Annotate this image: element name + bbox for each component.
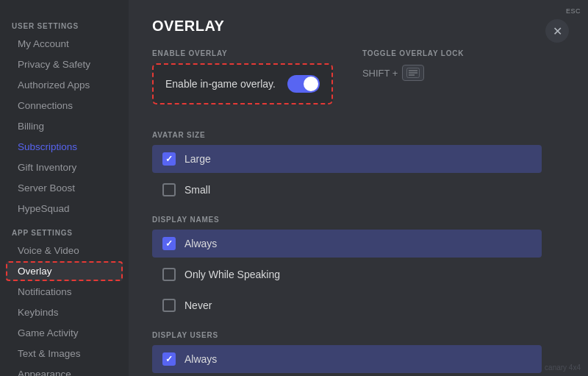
sidebar-item-label: Text & Images: [18, 348, 81, 359]
display-users-section: DISPLAY USERS Always Only While Speaking: [152, 331, 564, 376]
sidebar-item-label: My Account: [18, 38, 69, 49]
sidebar-item-privacy-safety[interactable]: Privacy & Safety: [6, 54, 123, 74]
sidebar: USER SETTINGS My Account Privacy & Safet…: [0, 0, 129, 376]
display-names-never[interactable]: Never: [152, 291, 542, 319]
sidebar-item-label: Game Activity: [18, 327, 79, 338]
checkbox-large[interactable]: [162, 152, 176, 166]
names-speaking-label: Only While Speaking: [184, 269, 280, 280]
sidebar-item-label: Connections: [18, 100, 73, 111]
checkbox-names-always[interactable]: [162, 237, 176, 250]
sidebar-item-keybinds[interactable]: Keybinds: [6, 302, 123, 322]
close-button[interactable]: ✕: [545, 19, 569, 43]
avatar-large-label: Large: [184, 153, 211, 165]
display-users-always[interactable]: Always: [152, 345, 542, 373]
sidebar-item-gift-inventory[interactable]: Gift Inventory: [6, 157, 123, 177]
main-content: OVERLAY ENABLE OVERLAY Enable in-game ov…: [129, 0, 588, 376]
checkbox-names-never[interactable]: [162, 299, 176, 312]
avatar-option-small[interactable]: Small: [152, 176, 542, 204]
avatar-size-section: AVATAR SIZE Large Small: [152, 131, 564, 204]
sidebar-item-appearance[interactable]: Appearance: [6, 364, 123, 376]
sidebar-item-label: Gift Inventory: [18, 162, 76, 173]
keybind-key-icon[interactable]: [402, 65, 424, 81]
enable-overlay-label: ENABLE OVERLAY: [152, 49, 333, 57]
display-names-speaking[interactable]: Only While Speaking: [152, 260, 542, 288]
user-settings-label: USER SETTINGS: [0, 18, 129, 33]
display-names-label: DISPLAY NAMES: [152, 216, 564, 224]
sidebar-item-overlay[interactable]: Overlay: [6, 261, 123, 281]
avatar-option-large[interactable]: Large: [152, 145, 542, 173]
sidebar-item-label: Billing: [18, 121, 44, 132]
close-area: ✕ ESC: [566, 7, 581, 15]
sidebar-item-hypesquad[interactable]: HypeSquad: [6, 199, 123, 219]
display-users-label: DISPLAY USERS: [152, 331, 564, 339]
checkbox-small[interactable]: [162, 183, 176, 196]
keybind-prefix: SHIFT +: [362, 68, 398, 79]
sidebar-item-label: Privacy & Safety: [18, 59, 90, 70]
keybind-box: SHIFT +: [362, 65, 464, 81]
enable-overlay-box: Enable in-game overlay.: [152, 63, 333, 104]
sidebar-item-billing[interactable]: Billing: [6, 116, 123, 136]
users-always-label: Always: [184, 353, 217, 365]
close-esc-label: ESC: [566, 7, 581, 15]
sidebar-item-text-images[interactable]: Text & Images: [6, 344, 123, 363]
close-icon: ✕: [553, 24, 562, 38]
sidebar-item-authorized-apps[interactable]: Authorized Apps: [6, 75, 123, 95]
checkbox-names-speaking[interactable]: [162, 268, 176, 281]
names-always-label: Always: [184, 238, 217, 249]
sidebar-item-notifications[interactable]: Notifications: [6, 282, 123, 302]
enable-overlay-text: Enable in-game overlay.: [165, 78, 276, 90]
sidebar-item-label: Voice & Video: [18, 245, 79, 256]
avatar-small-label: Small: [184, 184, 210, 196]
sidebar-item-voice-video[interactable]: Voice & Video: [6, 241, 123, 260]
sidebar-item-label: Overlay: [18, 266, 52, 277]
sidebar-item-connections[interactable]: Connections: [6, 96, 123, 116]
sidebar-item-game-activity[interactable]: Game Activity: [6, 323, 123, 343]
sidebar-item-server-boost[interactable]: Server Boost: [6, 178, 123, 198]
sidebar-item-label: Notifications: [18, 286, 72, 297]
app-settings-label: APP SETTINGS: [0, 224, 129, 240]
names-never-label: Never: [184, 299, 212, 311]
toggle-lock-label: TOGGLE OVERLAY LOCK: [362, 49, 464, 57]
display-names-always[interactable]: Always: [152, 230, 542, 258]
sidebar-item-my-account[interactable]: My Account: [6, 34, 123, 54]
enable-overlay-toggle[interactable]: [287, 75, 320, 93]
sidebar-item-label: Appearance: [18, 369, 71, 376]
sidebar-item-label: Keybinds: [18, 307, 59, 318]
sidebar-item-label: Server Boost: [18, 182, 75, 194]
sidebar-item-label: Subscriptions: [18, 141, 77, 152]
watermark: canary 4x4: [545, 363, 581, 372]
sidebar-item-subscriptions[interactable]: Subscriptions: [6, 137, 123, 157]
sidebar-item-label: Authorized Apps: [18, 79, 90, 91]
display-names-section: DISPLAY NAMES Always Only While Speaking…: [152, 216, 564, 319]
sidebar-item-label: HypeSquad: [18, 203, 70, 214]
page-title: OVERLAY: [152, 18, 564, 35]
avatar-size-label: AVATAR SIZE: [152, 131, 564, 139]
checkbox-users-always[interactable]: [162, 352, 176, 366]
